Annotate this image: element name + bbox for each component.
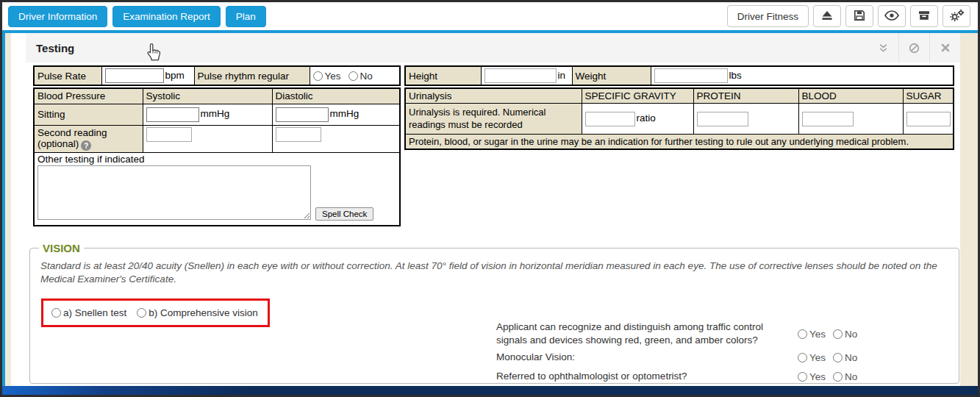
weight-unit: lbs: [729, 70, 742, 81]
examination-report-button[interactable]: Examination Report: [112, 6, 221, 27]
collapse-chevrons-icon[interactable]: [868, 33, 898, 62]
yes-label: Yes: [809, 329, 826, 340]
urinalysis-requirement: Urinalysis is required. Numerical readin…: [405, 104, 582, 135]
settings-gears-icon: [949, 9, 965, 24]
pulse-rhythm-label: Pulse rhythm regular: [194, 66, 310, 85]
toolbar-right-group: Driver Fitness: [723, 5, 970, 27]
pulse-rhythm-yes-radio[interactable]: [313, 71, 323, 81]
weight-cell: lbs: [651, 66, 954, 85]
eject-button[interactable]: [813, 5, 841, 27]
testing-panel-body: Pulse Rate bpm Pulse rhythm regular YesN…: [11, 62, 960, 386]
second-reading-label: Second reading (optional)?: [34, 125, 143, 152]
vision-test-choice-highlight: a) Snellen test b) Comprehensive vision: [41, 298, 270, 327]
specific-gravity-cell: ratio: [582, 104, 693, 135]
systolic-header: Systolic: [143, 88, 272, 104]
monocular-yes-radio[interactable]: [798, 353, 807, 362]
protein-cell: [693, 104, 798, 135]
close-icon[interactable]: [929, 33, 960, 62]
content-area: Testing Pulse Rate: [2, 33, 978, 395]
referred-yes-radio[interactable]: [798, 372, 807, 382]
sugar-input[interactable]: [906, 112, 951, 126]
height-cell: in: [481, 66, 572, 85]
question-yesno: YesNo: [798, 351, 865, 364]
diastolic-unit: mmHg: [330, 108, 360, 119]
question-text: Monocular Vision:: [496, 351, 796, 364]
question-yesno: YesNo: [798, 370, 865, 383]
no-label: No: [845, 329, 857, 340]
referred-no-radio[interactable]: [833, 372, 843, 382]
monocular-no-radio[interactable]: [833, 353, 843, 362]
no-label: No: [845, 352, 857, 363]
blood-cell: [798, 104, 903, 135]
app-window: Driver Information Examination Report Pl…: [0, 0, 980, 397]
panel-header-icons: [868, 33, 960, 62]
traffic-signals-yes-radio[interactable]: [798, 329, 807, 339]
protein-input[interactable]: [697, 112, 748, 126]
other-testing-cell: Other testing if indicated Spell Check: [34, 152, 400, 226]
preview-button[interactable]: [878, 5, 906, 27]
sugar-header: SUGAR: [903, 88, 954, 104]
pulse-rate-cell: bpm: [101, 66, 194, 85]
weight-input[interactable]: [654, 68, 728, 83]
pulse-rate-input[interactable]: [105, 68, 164, 83]
second-diastolic-input[interactable]: [276, 127, 321, 142]
height-weight-table: Height in Weight lbs: [404, 65, 954, 86]
comprehensive-vision-radio[interactable]: [137, 308, 146, 318]
question-row-monocular: Monocular Vision: YesNo: [496, 349, 865, 365]
question-text: Applicant can recognize and distinguish …: [496, 321, 796, 346]
specific-gravity-header: SPECIFIC GRAVITY: [582, 88, 693, 104]
other-testing-textarea[interactable]: [37, 165, 311, 220]
second-systolic-input[interactable]: [146, 127, 192, 142]
disable-icon[interactable]: [898, 33, 929, 62]
archive-icon: [918, 10, 930, 24]
second-diastolic-cell: [272, 125, 400, 152]
snellen-test-radio[interactable]: [51, 308, 61, 318]
save-icon: [854, 10, 865, 24]
traffic-signals-no-radio[interactable]: [833, 329, 843, 339]
testing-panel: Testing Pulse Rate: [11, 33, 960, 386]
question-row-referred: Referred to ophthalmologist or optometri…: [496, 368, 865, 385]
question-yesno: YesNo: [798, 327, 865, 340]
snellen-test-label: a) Snellen test: [63, 307, 126, 318]
blood-input[interactable]: [802, 112, 854, 126]
top-toolbar: Driver Information Examination Report Pl…: [2, 2, 978, 33]
weight-label: Weight: [572, 66, 651, 85]
archive-button[interactable]: [910, 5, 938, 27]
eject-icon: [821, 10, 833, 23]
height-input[interactable]: [484, 68, 557, 83]
save-button[interactable]: [845, 5, 873, 27]
panel-title: Testing: [36, 42, 74, 54]
driver-fitness-button[interactable]: Driver Fitness: [727, 5, 809, 27]
blood-pressure-title: Blood Pressure: [34, 88, 143, 104]
sitting-systolic-cell: mmHg: [143, 104, 272, 125]
diastolic-header: Diastolic: [272, 88, 400, 104]
protein-header: PROTEIN: [693, 88, 798, 104]
sitting-diastolic-input[interactable]: [276, 107, 329, 122]
settings-button[interactable]: [943, 5, 970, 27]
pulse-rhythm-no-radio[interactable]: [348, 71, 358, 81]
pulse-table: Pulse Rate bpm Pulse rhythm regular YesN…: [33, 65, 401, 86]
sitting-label: Sitting: [34, 104, 143, 125]
pulse-rate-unit: bpm: [165, 70, 185, 81]
other-testing-label: Other testing if indicated: [37, 154, 145, 165]
spell-check-button[interactable]: Spell Check: [315, 207, 373, 221]
ratio-label: ratio: [637, 112, 656, 124]
pulse-rhythm-yes-label: Yes: [325, 71, 341, 82]
pulse-rate-label: Pulse Rate: [34, 66, 101, 85]
specific-gravity-input[interactable]: [585, 112, 635, 126]
plan-button[interactable]: Plan: [226, 6, 266, 27]
height-unit: in: [558, 70, 566, 81]
urinalysis-table: Urinalysis SPECIFIC GRAVITY PROTEIN BLOO…: [404, 87, 954, 150]
blood-pressure-table: Blood Pressure Systolic Diastolic Sittin…: [33, 87, 401, 226]
height-label: Height: [405, 66, 481, 85]
sitting-diastolic-cell: mmHg: [272, 104, 400, 125]
sitting-systolic-input[interactable]: [146, 107, 199, 122]
driver-information-button[interactable]: Driver Information: [8, 6, 107, 27]
urinalysis-title: Urinalysis: [405, 88, 582, 104]
systolic-unit: mmHg: [201, 108, 230, 119]
sugar-cell: [903, 104, 954, 135]
question-row-traffic-signals: Applicant can recognize and distinguish …: [496, 321, 865, 346]
preview-eye-icon: [884, 10, 899, 23]
blood-header: BLOOD: [798, 88, 903, 104]
help-icon[interactable]: ?: [81, 140, 91, 151]
